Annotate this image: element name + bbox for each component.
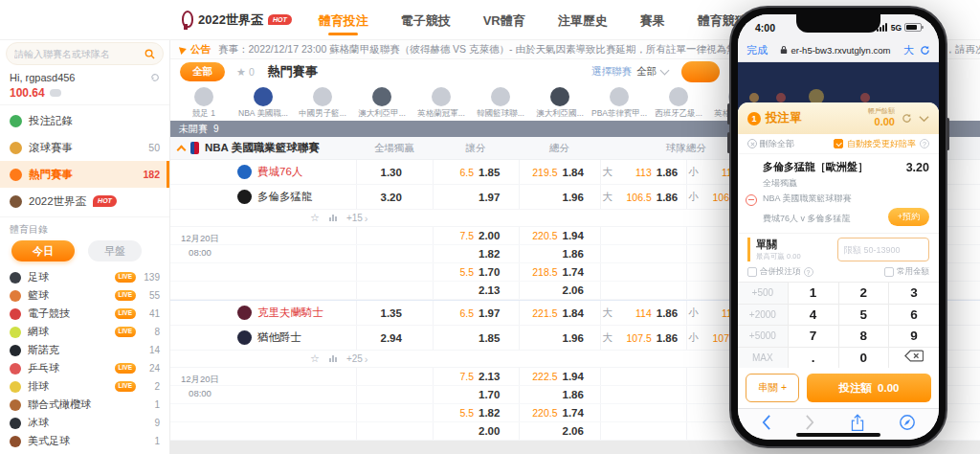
total-odds[interactable]: 222.51.94 (519, 368, 600, 385)
keypad-key[interactable]: 3 (889, 283, 939, 304)
keypad-key[interactable]: 7 (789, 326, 838, 347)
team-cell[interactable]: 克里夫蘭騎士 (230, 301, 356, 325)
favorite-star-icon[interactable]: ☆ (310, 212, 320, 224)
refresh-balance-icon[interactable] (150, 73, 160, 82)
spread-odds[interactable]: 5.51.82 (433, 404, 519, 421)
sport-list-item[interactable]: 美式足球 LIVE 1 (0, 432, 169, 450)
parlay-button[interactable]: 串關 + (746, 374, 799, 402)
keypad-key[interactable]: 6 (889, 305, 939, 326)
keypad-key[interactable]: 9 (889, 326, 939, 347)
total-odds[interactable]: 1.86 (519, 245, 600, 262)
balance-visibility-icon[interactable] (50, 89, 61, 97)
league-filter-item[interactable]: 韓國籃球聯... (471, 87, 530, 121)
total-odds[interactable]: 220.51.94 (519, 227, 600, 244)
spread-odds[interactable]: 1.85 (433, 326, 519, 350)
forward-icon[interactable] (805, 414, 815, 431)
search-icon[interactable] (145, 49, 155, 59)
keypad-key[interactable]: +500 (738, 283, 788, 304)
league-filter-item[interactable]: 澳大利亞甲... (352, 87, 412, 121)
keypad-key[interactable]: +2000 (738, 305, 788, 326)
merge-bets-checkbox[interactable]: 合併投注項 ? (747, 266, 813, 278)
spread-odds[interactable]: 2.00 (433, 422, 519, 440)
moneyline-odds[interactable]: 1.35 (356, 301, 433, 325)
done-button[interactable]: 完成 (746, 43, 768, 57)
common-amount-checkbox[interactable]: 常用金額 (884, 266, 929, 278)
collapse-caret-icon[interactable] (177, 145, 187, 154)
team-total-over[interactable]: 大1141.86 (600, 301, 686, 325)
league-filter-item[interactable]: 西班牙乙級... (649, 87, 708, 121)
sidebar-menu-item[interactable]: 熱門賽事 HOT 182 (0, 161, 169, 188)
keypad-key[interactable]: 2 (839, 283, 889, 304)
sidebar-menu-item[interactable]: 投注記錄 HOT (0, 107, 169, 134)
keypad-key[interactable]: 4 (789, 305, 838, 326)
remove-bet-icon[interactable] (746, 194, 757, 206)
spread-odds[interactable]: 7.52.00 (433, 227, 519, 244)
site-logo[interactable]: 2022世界盃 HOT (178, 11, 292, 30)
keypad-key[interactable]: 0 (839, 348, 889, 369)
spread-odds[interactable]: 2.13 (433, 282, 519, 299)
sport-list-item[interactable]: 聯合式橄欖球 LIVE 1 (0, 396, 169, 414)
more-markets-link[interactable]: +25› (346, 353, 368, 365)
moneyline-odds[interactable]: 2.94 (356, 326, 433, 350)
team-cell[interactable]: 多倫多猛龍 (230, 185, 356, 209)
sport-list-item[interactable]: 網球 LIVE 8 (0, 323, 169, 341)
share-icon[interactable] (850, 414, 865, 432)
today-button[interactable]: 今日 (11, 240, 75, 261)
moneyline-odds[interactable]: 3.20 (356, 185, 433, 209)
nav-tab[interactable]: 賽果 (640, 2, 665, 37)
team-cell[interactable]: 猶他爵士 (230, 326, 356, 350)
league-filter-item[interactable]: 澳大利亞國... (530, 87, 590, 121)
auto-accept-toggle[interactable]: 自動接受更好賠率 ? (834, 138, 929, 150)
spread-odds[interactable]: 6.51.97 (433, 301, 519, 325)
address-field[interactable]: er-h5-bw3.rxvutglyn.com (771, 45, 900, 56)
spread-odds[interactable]: 5.51.70 (433, 263, 519, 281)
sidebar-menu-item[interactable]: 2022世界盃 HOT (0, 188, 169, 215)
total-odds[interactable]: 2.06 (519, 282, 600, 299)
spread-odds[interactable]: 1.70 (433, 386, 519, 403)
spread-odds[interactable]: 1.82 (433, 245, 519, 262)
stats-icon[interactable] (329, 215, 337, 221)
total-odds[interactable]: 219.51.84 (519, 160, 600, 184)
sport-list-item[interactable]: 冠軍 LIVE 68 (0, 450, 169, 454)
sidebar-menu-item[interactable]: 滾球賽事 HOT 50 (0, 134, 169, 161)
more-markets-link[interactable]: +15› (346, 213, 368, 224)
refresh-icon[interactable] (902, 113, 912, 124)
hot-quick-button[interactable] (681, 61, 720, 82)
total-odds[interactable]: 221.51.84 (519, 301, 600, 325)
moneyline-odds[interactable]: 1.30 (356, 160, 433, 184)
sport-list-item[interactable]: 斯諾克 LIVE 14 (0, 341, 169, 359)
reserve-button[interactable]: +預約 (888, 208, 929, 226)
team-total-over[interactable]: 大1131.86 (600, 160, 686, 184)
early-market-button[interactable]: 早盤 (88, 240, 142, 261)
keypad-key[interactable]: 5 (839, 305, 889, 326)
spread-odds[interactable]: 1.97 (433, 185, 519, 209)
keypad-key[interactable]: MAX (738, 348, 788, 369)
nav-tab[interactable]: VR體育 (483, 2, 525, 37)
team-total-over[interactable]: 大107.51.86 (600, 326, 686, 350)
stats-icon[interactable] (329, 355, 337, 362)
keypad-key[interactable] (889, 348, 939, 369)
all-filter-button[interactable]: 全部 (180, 62, 225, 81)
sport-list-item[interactable]: 排球 LIVE 2 (0, 377, 169, 396)
league-filter-item[interactable]: 中國男子籃... (293, 87, 352, 121)
total-odds[interactable]: 1.96 (519, 185, 600, 209)
total-odds[interactable]: 2.06 (519, 422, 600, 440)
reload-icon[interactable] (920, 45, 930, 56)
keypad-key[interactable]: 8 (839, 326, 889, 347)
sport-list-item[interactable]: 籃球 LIVE 55 (0, 286, 169, 305)
sport-list-item[interactable]: 足球 LIVE 139 (0, 268, 169, 286)
home-indicator[interactable] (796, 433, 880, 437)
total-odds[interactable]: 1.86 (519, 386, 600, 403)
keypad-key[interactable]: +5000 (738, 326, 788, 347)
search-input[interactable] (14, 49, 145, 59)
sport-list-item[interactable]: 乒乓球 LIVE 24 (0, 359, 169, 377)
total-odds[interactable]: 218.51.74 (519, 263, 600, 281)
spread-odds[interactable]: 7.52.13 (433, 368, 519, 385)
collapse-chevron-icon[interactable] (919, 115, 929, 123)
nav-tab[interactable]: 電子競技 (401, 2, 451, 37)
league-filter-item[interactable]: 英格蘭冠軍... (412, 87, 471, 121)
nav-tab[interactable]: 注單歷史 (558, 2, 608, 37)
stake-input[interactable] (837, 238, 929, 261)
total-odds[interactable]: 1.96 (519, 326, 600, 350)
back-icon[interactable] (761, 414, 771, 431)
